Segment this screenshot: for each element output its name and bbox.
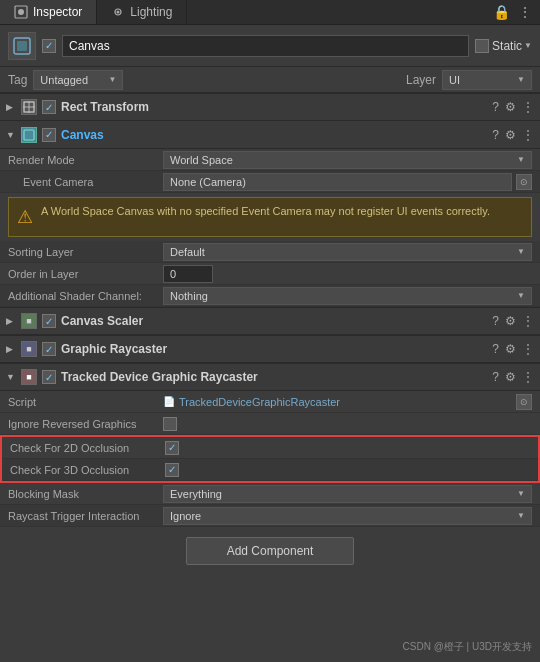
- tracked-device-checkbox[interactable]: ✓: [42, 370, 56, 384]
- event-camera-target-icon[interactable]: ⊙: [516, 174, 532, 190]
- tracked-device-header[interactable]: ▼ ■ ✓ Tracked Device Graphic Raycaster ?…: [0, 363, 540, 391]
- shader-channel-value: Nothing ▼: [163, 287, 532, 305]
- event-camera-dropdown[interactable]: None (Camera): [163, 173, 512, 191]
- tracked-device-help-icon[interactable]: ?: [492, 370, 499, 384]
- raycast-trigger-dropdown[interactable]: Ignore ▼: [163, 507, 532, 525]
- static-checkbox[interactable]: [475, 39, 489, 53]
- script-target-icon[interactable]: ⊙: [516, 394, 532, 410]
- graphic-raycaster-help-icon[interactable]: ?: [492, 342, 499, 356]
- graphic-raycaster-settings-icon[interactable]: ⚙: [505, 342, 516, 356]
- canvas-scaler-header[interactable]: ▶ ■ ✓ Canvas Scaler ? ⚙ ⋮: [0, 307, 540, 335]
- static-area: Static ▼: [475, 39, 532, 53]
- svg-rect-5: [17, 41, 27, 51]
- render-mode-dropdown[interactable]: World Space ▼: [163, 151, 532, 169]
- event-camera-value: None (Camera) ⊙: [163, 173, 532, 191]
- static-button[interactable]: Static ▼: [492, 39, 532, 53]
- blocking-mask-value: Everything ▼: [163, 485, 532, 503]
- script-value: 📄 TrackedDeviceGraphicRaycaster: [163, 396, 516, 408]
- render-mode-row: Render Mode World Space ▼: [0, 149, 540, 171]
- shader-channel-arrow: ▼: [517, 291, 525, 300]
- canvas-scaler-help-icon[interactable]: ?: [492, 314, 499, 328]
- canvas-scaler-arrow: ▶: [6, 316, 16, 326]
- watermark: CSDN @橙子 | U3D开发支持: [403, 640, 532, 654]
- blocking-mask-dropdown[interactable]: Everything ▼: [163, 485, 532, 503]
- canvas-scaler-settings-icon[interactable]: ⚙: [505, 314, 516, 328]
- window-lock-icon[interactable]: 🔒: [493, 4, 510, 20]
- layer-dropdown-arrow: ▼: [517, 75, 525, 84]
- canvas-settings-icon[interactable]: ⚙: [505, 128, 516, 142]
- script-file-icon: 📄: [163, 396, 175, 407]
- tag-dropdown[interactable]: Untagged ▼: [33, 70, 123, 90]
- canvas-checkbox[interactable]: ✓: [42, 128, 56, 142]
- add-component-button[interactable]: Add Component: [186, 537, 355, 565]
- graphic-raycaster-checkbox[interactable]: ✓: [42, 342, 56, 356]
- lighting-icon: [111, 5, 125, 19]
- rect-transform-help-icon[interactable]: ?: [492, 100, 499, 114]
- layer-dropdown[interactable]: UI ▼: [442, 70, 532, 90]
- order-in-layer-value: [163, 265, 532, 283]
- warning-box: ⚠ A World Space Canvas with no specified…: [8, 197, 532, 237]
- canvas-help-icon[interactable]: ?: [492, 128, 499, 142]
- blocking-mask-arrow: ▼: [517, 489, 525, 498]
- canvas-scaler-icon: ■: [21, 313, 37, 329]
- graphic-raycaster-icon: ■: [21, 341, 37, 357]
- check-2d-checkbox[interactable]: ✓: [165, 441, 179, 455]
- occlusion-group: Check For 2D Occlusion ✓ Check For 3D Oc…: [0, 435, 540, 483]
- tab-lighting[interactable]: Lighting: [97, 0, 187, 24]
- graphic-raycaster-arrow: ▶: [6, 344, 16, 354]
- check-3d-row: Check For 3D Occlusion ✓: [2, 459, 538, 481]
- object-type-icon: [8, 32, 36, 60]
- rect-transform-icon: [21, 99, 37, 115]
- tracked-device-settings-icon[interactable]: ⚙: [505, 370, 516, 384]
- canvas-scaler-checkbox[interactable]: ✓: [42, 314, 56, 328]
- rect-transform-checkbox[interactable]: ✓: [42, 100, 56, 114]
- shader-channel-row: Additional Shader Channel: Nothing ▼: [0, 285, 540, 307]
- rect-transform-settings-icon[interactable]: ⚙: [505, 100, 516, 114]
- svg-rect-9: [24, 130, 34, 140]
- render-mode-value: World Space ▼: [163, 151, 532, 169]
- rect-transform-menu-icon[interactable]: ⋮: [522, 100, 534, 114]
- sorting-layer-row: Sorting Layer Default ▼: [0, 241, 540, 263]
- sorting-layer-dropdown[interactable]: Default ▼: [163, 243, 532, 261]
- tracked-device-menu-icon[interactable]: ⋮: [522, 370, 534, 384]
- sorting-layer-arrow: ▼: [517, 247, 525, 256]
- graphic-raycaster-actions: ? ⚙ ⋮: [492, 342, 534, 356]
- top-tabs-bar: Inspector Lighting 🔒 ⋮: [0, 0, 540, 25]
- canvas-section-header[interactable]: ▼ ✓ Canvas ? ⚙ ⋮: [0, 121, 540, 149]
- script-row: Script 📄 TrackedDeviceGraphicRaycaster ⊙: [0, 391, 540, 413]
- svg-point-3: [117, 11, 120, 14]
- window-menu-icon[interactable]: ⋮: [518, 4, 532, 20]
- tag-layer-row: Tag Untagged ▼ Layer UI ▼: [0, 67, 540, 93]
- canvas-menu-icon[interactable]: ⋮: [522, 128, 534, 142]
- tabs-right-actions: 🔒 ⋮: [493, 4, 540, 20]
- tag-dropdown-arrow: ▼: [108, 75, 116, 84]
- svg-point-1: [18, 9, 24, 15]
- raycast-trigger-arrow: ▼: [517, 511, 525, 520]
- active-checkbox[interactable]: ✓: [42, 39, 56, 53]
- static-arrow-icon: ▼: [524, 41, 532, 50]
- check-3d-checkbox[interactable]: ✓: [165, 463, 179, 477]
- canvas-scaler-menu-icon[interactable]: ⋮: [522, 314, 534, 328]
- canvas-actions: ? ⚙ ⋮: [492, 128, 534, 142]
- check-2d-row: Check For 2D Occlusion ✓: [2, 437, 538, 459]
- add-component-area: Add Component: [0, 527, 540, 575]
- ignore-reversed-row: Ignore Reversed Graphics: [0, 413, 540, 435]
- graphic-raycaster-header[interactable]: ▶ ■ ✓ Graphic Raycaster ? ⚙ ⋮: [0, 335, 540, 363]
- tab-inspector[interactable]: Inspector: [0, 0, 97, 24]
- tracked-device-icon: ■: [21, 369, 37, 385]
- shader-channel-dropdown[interactable]: Nothing ▼: [163, 287, 532, 305]
- tracked-device-actions: ? ⚙ ⋮: [492, 370, 534, 384]
- object-name-input[interactable]: [62, 35, 469, 57]
- canvas-arrow: ▼: [6, 130, 16, 140]
- blocking-mask-row: Blocking Mask Everything ▼: [0, 483, 540, 505]
- order-in-layer-input[interactable]: [163, 265, 213, 283]
- canvas-scaler-actions: ? ⚙ ⋮: [492, 314, 534, 328]
- rect-transform-actions: ? ⚙ ⋮: [492, 100, 534, 114]
- graphic-raycaster-menu-icon[interactable]: ⋮: [522, 342, 534, 356]
- order-in-layer-row: Order in Layer: [0, 263, 540, 285]
- tracked-device-arrow: ▼: [6, 372, 16, 382]
- rect-transform-header[interactable]: ▶ ✓ Rect Transform ? ⚙ ⋮: [0, 93, 540, 121]
- ignore-reversed-checkbox[interactable]: [163, 417, 177, 431]
- raycast-trigger-value: Ignore ▼: [163, 507, 532, 525]
- rect-transform-arrow: ▶: [6, 102, 16, 112]
